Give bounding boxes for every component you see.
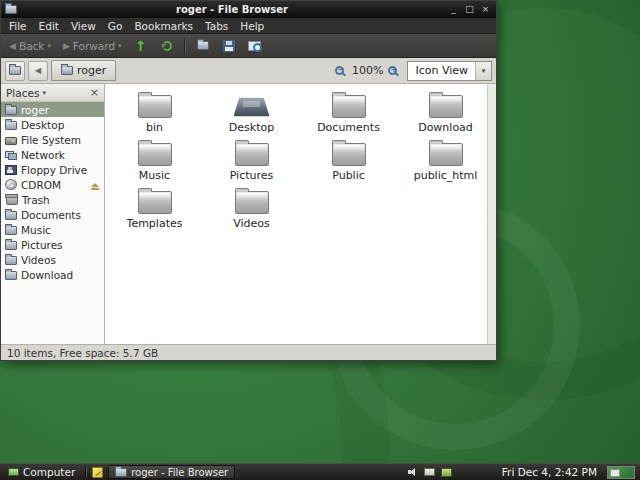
clock[interactable]: Fri Dec 4, 2:42 PM (498, 466, 601, 478)
maximize-button[interactable]: □ (463, 2, 476, 17)
zoom-in-icon[interactable] (388, 66, 397, 75)
up-button[interactable]: ↑ (129, 36, 153, 56)
tab-roger[interactable]: roger (51, 60, 116, 81)
menu-edit[interactable]: Edit (33, 18, 65, 34)
file-item-bin[interactable]: bin (106, 90, 203, 138)
menu-go[interactable]: Go (102, 18, 129, 34)
minimize-button[interactable]: _ (447, 2, 460, 17)
places-title: Places (6, 87, 39, 99)
folder-icon (5, 241, 17, 250)
sidebar-item-cdrom[interactable]: CDROM (1, 177, 104, 192)
file-item-download[interactable]: Download (397, 90, 494, 138)
folder-icon (61, 66, 73, 75)
statusbar: 10 items, Free space: 5.7 GB (1, 344, 496, 360)
system-tray: Fri Dec 4, 2:42 PM (408, 466, 637, 479)
file-item-desktop[interactable]: Desktop (203, 90, 300, 138)
refresh-button[interactable] (155, 36, 179, 56)
computer-icon (8, 468, 19, 476)
places-sidebar: Places ▾ × roger Desktop File System Net… (1, 84, 105, 344)
refresh-icon (162, 41, 172, 51)
trash-icon (6, 195, 18, 205)
sidebar-item-videos[interactable]: Videos (1, 252, 104, 267)
file-item-documents[interactable]: Documents (300, 90, 397, 138)
folder-icon (429, 143, 463, 166)
file-grid: bin Desktop Documents Download Music Pic… (105, 84, 496, 234)
floppy-icon (223, 40, 235, 52)
chevron-down-icon: ▾ (475, 62, 491, 80)
toolbar: ◀ Back ▾ ▶ Forward ▾ ↑ (1, 34, 496, 58)
menu-help[interactable]: Help (234, 18, 270, 34)
sidebar-item-music[interactable]: Music (1, 222, 104, 237)
chevron-down-icon: ▾ (47, 42, 51, 50)
workspace-switcher[interactable] (607, 466, 635, 479)
sidebar-item-file-system[interactable]: File System (1, 132, 104, 147)
desktop[interactable]: roger - File Browser _ □ × FileEditViewG… (0, 0, 640, 480)
file-item-templates[interactable]: Templates (106, 186, 203, 234)
folder-icon (5, 226, 17, 235)
chevron-down-icon: ▾ (118, 42, 122, 50)
search-icon (248, 41, 261, 51)
sidebar-item-trash[interactable]: Trash (1, 192, 104, 207)
battery-icon[interactable] (424, 468, 435, 476)
folder-icon (5, 121, 17, 130)
close-button[interactable]: × (479, 2, 492, 17)
menu-tabs[interactable]: Tabs (199, 18, 234, 34)
taskbar: Computer roger - File Browser Fri Dec 4,… (0, 463, 640, 480)
folder-icon (138, 191, 172, 214)
view-controls: 100% Icon View ▾ (335, 61, 492, 81)
sidebar-item-pictures[interactable]: Pictures (1, 237, 104, 252)
folder-icon (235, 143, 269, 166)
forward-button[interactable]: ▶ Forward ▾ (58, 36, 127, 56)
network-icon (5, 150, 17, 160)
folder-icon (115, 468, 127, 477)
display-icon[interactable] (441, 468, 452, 477)
folder-icon (5, 271, 17, 280)
view-mode-select[interactable]: Icon View ▾ (407, 61, 492, 81)
scroll-tabs-left-button[interactable]: ◀ (28, 61, 48, 81)
notes-launcher-icon[interactable] (92, 467, 103, 478)
taskbar-window-button[interactable]: roger - File Browser (108, 465, 235, 479)
folder-icon (5, 256, 17, 265)
file-item-public_html[interactable]: public_html (397, 138, 494, 186)
computer-menu-button[interactable]: Computer (3, 465, 80, 480)
zoom-out-icon[interactable] (335, 66, 344, 75)
chevron-down-icon: ▾ (42, 89, 46, 97)
sidebar-item-documents[interactable]: Documents (1, 207, 104, 222)
close-sidebar-button[interactable]: × (90, 87, 99, 98)
eject-icon[interactable] (91, 183, 99, 187)
places-header[interactable]: Places ▾ × (1, 84, 104, 102)
file-item-public[interactable]: Public (300, 138, 397, 186)
computer-menu-label: Computer (23, 466, 75, 478)
new-tab-button[interactable] (5, 61, 25, 81)
tab-label: roger (77, 64, 106, 77)
find-button[interactable] (243, 36, 267, 56)
vertical-scrollbar[interactable] (487, 84, 496, 344)
back-label: Back (19, 40, 45, 52)
folder-icon (197, 41, 209, 50)
desktop-icon (234, 96, 270, 118)
file-item-pictures[interactable]: Pictures (203, 138, 300, 186)
left-arrow-icon: ◀ (35, 66, 41, 75)
back-button[interactable]: ◀ Back ▾ (4, 36, 56, 56)
file-view[interactable]: bin Desktop Documents Download Music Pic… (105, 84, 496, 344)
home-folder-button[interactable] (191, 36, 215, 56)
save-button[interactable] (217, 36, 241, 56)
sidebar-item-download[interactable]: Download (1, 267, 104, 282)
folder-icon (138, 143, 172, 166)
folder-icon (138, 95, 172, 118)
drive-icon (5, 137, 17, 145)
view-mode-value: Icon View (408, 62, 475, 80)
file-item-music[interactable]: Music (106, 138, 203, 186)
file-item-videos[interactable]: Videos (203, 186, 300, 234)
menu-view[interactable]: View (65, 18, 102, 34)
volume-icon[interactable] (408, 467, 418, 477)
sidebar-item-floppy-drive[interactable]: Floppy Drive (1, 162, 104, 177)
menu-bookmarks[interactable]: Bookmarks (128, 18, 199, 34)
toolbar-separator (184, 38, 186, 54)
menu-file[interactable]: File (3, 18, 33, 34)
places-list: roger Desktop File System Network Floppy… (1, 102, 104, 344)
sidebar-item-roger[interactable]: roger (1, 102, 104, 117)
titlebar[interactable]: roger - File Browser _ □ × (1, 1, 496, 18)
sidebar-item-network[interactable]: Network (1, 147, 104, 162)
sidebar-item-desktop[interactable]: Desktop (1, 117, 104, 132)
